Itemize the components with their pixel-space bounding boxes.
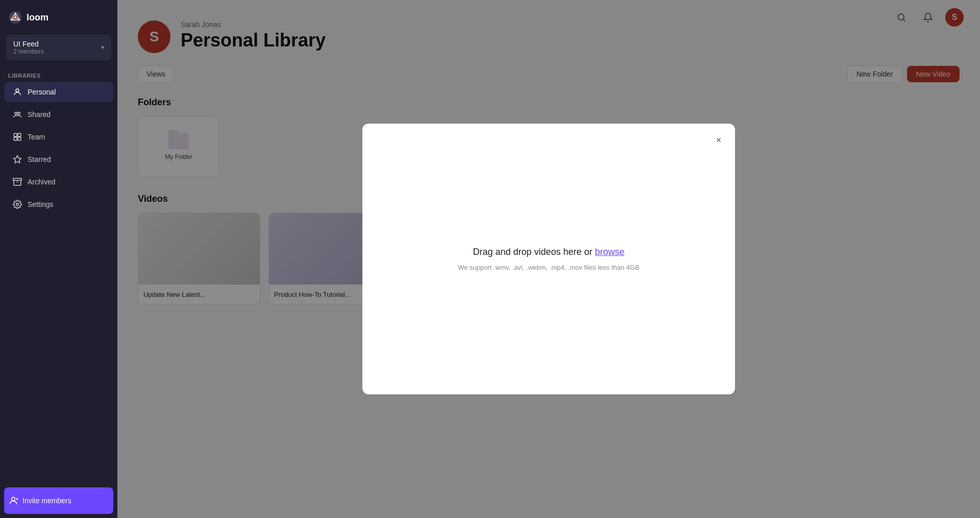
browse-link[interactable]: browse [595,247,625,257]
svg-rect-8 [18,137,21,140]
gear-icon [12,199,22,209]
close-icon: × [716,135,722,146]
modal-close-button[interactable]: × [710,132,727,148]
main-content: S S Sarah Jonas Personal Library Views N… [117,0,980,518]
svg-point-3 [15,112,17,115]
sidebar-item-personal-label: Personal [28,88,56,96]
modal-drag-text: Drag and drop videos here or browse [473,247,624,257]
modal-overlay[interactable]: × Drag and drop videos here or browse We… [117,0,980,518]
svg-rect-6 [18,133,21,136]
workspace-selector[interactable]: UI Feed 2 members ▾ [6,35,111,60]
workspace-info: UI Feed 2 members [13,40,44,55]
sidebar-item-archived[interactable]: Archived [4,172,113,192]
sidebar-item-archived-label: Archived [28,178,55,186]
libraries-label: Libraries [0,68,117,81]
sidebar-item-team[interactable]: Team [4,127,113,147]
svg-point-4 [18,112,20,115]
sidebar-header: loom [0,0,117,35]
sidebar-item-shared[interactable]: Shared [4,104,113,125]
archive-icon [12,177,22,187]
loom-logo: loom [8,10,48,25]
modal-drag-area: Drag and drop videos here or browse We s… [437,226,660,292]
invite-members-button[interactable]: Invite members [4,487,113,514]
sidebar-item-personal[interactable]: Personal [4,82,113,102]
svg-marker-9 [14,156,21,163]
shared-icon [12,109,22,120]
svg-point-2 [16,89,19,92]
svg-rect-7 [14,137,17,140]
svg-point-13 [12,497,15,501]
svg-point-12 [16,203,19,206]
loom-logo-icon [8,10,22,25]
personal-icon [12,87,22,97]
sidebar: loom UI Feed 2 members ▾ Libraries Perso… [0,0,117,518]
sidebar-item-starred[interactable]: Starred [4,149,113,170]
sidebar-item-shared-label: Shared [28,110,51,119]
sidebar-item-team-label: Team [28,133,45,141]
workspace-members: 2 members [13,48,44,55]
workspace-name: UI Feed [13,40,44,48]
svg-rect-10 [13,178,22,180]
upload-modal: × Drag and drop videos here or browse We… [362,124,735,394]
star-icon [12,154,22,164]
drag-text-prefix: Drag and drop videos here or [473,247,595,257]
chevron-down-icon: ▾ [101,44,104,51]
invite-members-label: Invite members [22,497,71,505]
sidebar-item-settings-label: Settings [28,200,54,208]
svg-rect-5 [14,133,17,136]
app-name: loom [27,12,48,23]
invite-icon [8,496,18,506]
sidebar-item-starred-label: Starred [28,155,51,163]
modal-support-text: We support .wmv, .avi, .webm, .mp4, .mov… [458,264,640,271]
sidebar-item-settings[interactable]: Settings [4,194,113,215]
team-icon [12,132,22,142]
